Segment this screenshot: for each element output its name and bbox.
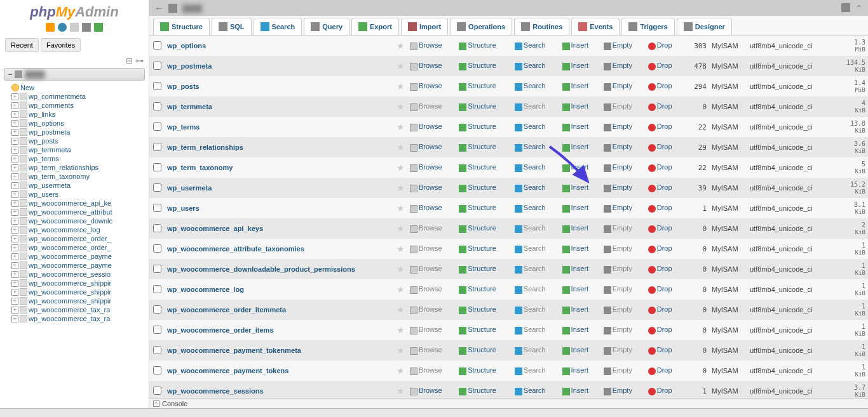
- favorite-star-icon[interactable]: ★: [397, 366, 405, 376]
- empty-action[interactable]: Empty: [604, 163, 632, 171]
- expand-plus-icon[interactable]: +: [11, 289, 18, 296]
- row-checkbox[interactable]: [153, 244, 161, 253]
- search-action[interactable]: Search: [515, 305, 546, 313]
- expand-plus-icon[interactable]: +: [11, 209, 18, 216]
- insert-action[interactable]: Insert: [562, 326, 589, 333]
- drop-action[interactable]: Drop: [648, 366, 672, 374]
- favorite-star-icon[interactable]: ★: [397, 183, 405, 193]
- search-action[interactable]: Search: [515, 41, 546, 49]
- drop-action[interactable]: Drop: [648, 326, 672, 333]
- favorite-star-icon[interactable]: ★: [397, 264, 405, 274]
- tab-routines[interactable]: Routines: [514, 18, 569, 35]
- search-action[interactable]: Search: [515, 265, 546, 272]
- tab-query[interactable]: Query: [304, 18, 349, 35]
- insert-action[interactable]: Insert: [562, 224, 589, 232]
- drop-action[interactable]: Drop: [648, 387, 672, 394]
- row-checkbox[interactable]: [153, 346, 161, 354]
- expand-plus-icon[interactable]: +: [11, 164, 18, 171]
- drop-action[interactable]: Drop: [648, 122, 672, 130]
- empty-action[interactable]: Empty: [604, 387, 632, 394]
- collapse-icon[interactable]: ⊟ ⊶: [0, 55, 149, 67]
- row-checkbox[interactable]: [153, 122, 161, 131]
- table-name-link[interactable]: wp_options: [167, 42, 206, 50]
- search-action[interactable]: Search: [515, 163, 546, 171]
- expand-plus-icon[interactable]: +: [11, 173, 18, 180]
- structure-action[interactable]: Structure: [459, 122, 496, 130]
- tab-search[interactable]: Search: [254, 18, 302, 35]
- favorite-star-icon[interactable]: ★: [397, 325, 405, 335]
- insert-action[interactable]: Insert: [562, 366, 589, 374]
- tab-structure[interactable]: Structure: [153, 18, 210, 35]
- structure-action[interactable]: Structure: [459, 244, 496, 252]
- empty-action[interactable]: Empty: [604, 41, 632, 49]
- drop-action[interactable]: Drop: [648, 265, 672, 272]
- empty-action[interactable]: Empty: [604, 143, 632, 150]
- empty-action[interactable]: Empty: [604, 265, 632, 272]
- recent-button[interactable]: Recent: [5, 38, 39, 52]
- favorite-star-icon[interactable]: ★: [397, 386, 405, 396]
- structure-action[interactable]: Structure: [459, 62, 496, 69]
- browse-action[interactable]: Browse: [410, 143, 442, 150]
- expand-console-icon[interactable]: ^: [153, 400, 159, 407]
- expand-plus-icon[interactable]: +: [11, 235, 18, 242]
- browse-action[interactable]: Browse: [410, 366, 442, 374]
- search-action[interactable]: Search: [515, 102, 546, 110]
- insert-action[interactable]: Insert: [562, 346, 589, 354]
- browse-action[interactable]: Browse: [410, 346, 442, 354]
- table-name-link[interactable]: wp_posts: [167, 83, 200, 90]
- tab-designer[interactable]: Designer: [677, 18, 732, 35]
- tree-table-item[interactable]: +wp_woocommerce_shippir: [11, 279, 149, 288]
- row-checkbox[interactable]: [153, 41, 161, 50]
- row-checkbox[interactable]: [153, 183, 161, 192]
- drop-action[interactable]: Drop: [648, 204, 672, 211]
- empty-action[interactable]: Empty: [604, 326, 632, 333]
- expand-plus-icon[interactable]: +: [11, 315, 18, 322]
- table-name-link[interactable]: wp_woocommerce_payment_tokens: [167, 367, 288, 374]
- tab-events[interactable]: Events: [571, 18, 620, 35]
- favorite-star-icon[interactable]: ★: [397, 81, 405, 91]
- table-name-link[interactable]: wp_postmeta: [167, 62, 212, 70]
- structure-action[interactable]: Structure: [459, 366, 496, 374]
- structure-action[interactable]: Structure: [459, 102, 496, 110]
- table-name-link[interactable]: wp_woocommerce_downloadable_product_perm…: [167, 265, 355, 273]
- drop-action[interactable]: Drop: [648, 143, 672, 150]
- drop-action[interactable]: Drop: [648, 346, 672, 354]
- table-name-link[interactable]: wp_termmeta: [167, 103, 212, 110]
- empty-action[interactable]: Empty: [604, 82, 632, 89]
- row-checkbox[interactable]: [153, 204, 161, 212]
- empty-action[interactable]: Empty: [604, 224, 632, 232]
- expand-plus-icon[interactable]: +: [11, 147, 18, 154]
- help-icon[interactable]: [58, 23, 67, 32]
- tree-table-item[interactable]: +wp_links: [11, 110, 149, 119]
- search-action[interactable]: Search: [515, 143, 546, 150]
- table-name-link[interactable]: wp_woocommerce_order_items: [167, 326, 274, 334]
- tab-export[interactable]: Export: [351, 18, 399, 35]
- collapse-minus-icon[interactable]: −: [8, 70, 12, 78]
- structure-action[interactable]: Structure: [459, 346, 496, 354]
- insert-action[interactable]: Insert: [562, 163, 589, 171]
- insert-action[interactable]: Insert: [562, 183, 589, 191]
- search-action[interactable]: Search: [515, 326, 546, 333]
- tab-triggers[interactable]: Triggers: [621, 18, 674, 35]
- table-name-link[interactable]: wp_woocommerce_attribute_taxonomies: [167, 245, 304, 253]
- structure-action[interactable]: Structure: [459, 305, 496, 313]
- tree-table-item[interactable]: +wp_woocommerce_order_: [11, 234, 149, 243]
- browse-action[interactable]: Browse: [410, 122, 442, 130]
- structure-action[interactable]: Structure: [459, 82, 496, 89]
- browse-action[interactable]: Browse: [410, 305, 442, 313]
- tree-table-item[interactable]: +wp_term_relationships: [11, 163, 149, 172]
- row-checkbox[interactable]: [153, 62, 161, 70]
- tree-table-item[interactable]: +wp_posts: [11, 136, 149, 145]
- insert-action[interactable]: Insert: [562, 122, 589, 130]
- expand-plus-icon[interactable]: +: [11, 182, 18, 189]
- search-action[interactable]: Search: [515, 285, 546, 293]
- tree-table-item[interactable]: +wp_woocommerce_api_ke: [11, 199, 149, 208]
- expand-plus-icon[interactable]: +: [11, 227, 18, 234]
- tree-table-item[interactable]: +wp_usermeta: [11, 181, 149, 190]
- drop-action[interactable]: Drop: [648, 305, 672, 313]
- drop-action[interactable]: Drop: [648, 183, 672, 191]
- table-name-link[interactable]: wp_users: [167, 204, 200, 212]
- structure-action[interactable]: Structure: [459, 387, 496, 394]
- tree-table-item[interactable]: +wp_comments: [11, 101, 149, 110]
- empty-action[interactable]: Empty: [604, 204, 632, 211]
